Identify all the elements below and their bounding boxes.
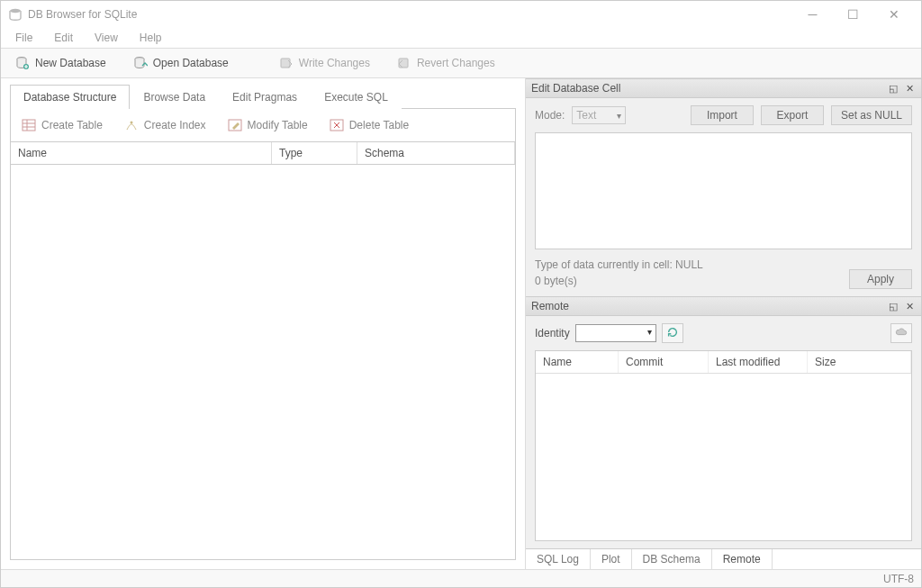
cell-editor-textarea[interactable] <box>535 132 912 249</box>
delete-table-label: Delete Table <box>349 119 410 131</box>
cell-info-text: Type of data currently in cell: NULL 0 b… <box>535 257 840 289</box>
revert-changes-button[interactable]: Revert Changes <box>390 53 502 73</box>
col-name[interactable]: Name <box>11 142 272 164</box>
edit-cell-close-icon[interactable]: ✕ <box>903 82 916 95</box>
remote-close-icon[interactable]: ✕ <box>903 300 916 312</box>
main-toolbar: New Database Open Database Write Changes… <box>1 48 921 78</box>
refresh-icon <box>666 326 679 341</box>
remote-table: Name Commit Last modified Size <box>535 350 912 541</box>
remote-col-size[interactable]: Size <box>808 351 911 373</box>
svg-point-0 <box>10 9 21 13</box>
minimize-button[interactable]: ─ <box>792 2 833 27</box>
edit-cell-controls: Mode: Text Import Export Set as NULL <box>535 105 912 125</box>
window-buttons: ─ ☐ ✕ <box>792 2 914 27</box>
edit-cell-panel: Edit Database Cell ◱ ✕ Mode: Text Import… <box>526 78 921 296</box>
svg-point-10 <box>130 122 132 124</box>
create-index-label: Create Index <box>144 119 206 131</box>
col-type[interactable]: Type <box>272 142 357 164</box>
write-changes-button[interactable]: Write Changes <box>272 53 377 73</box>
structure-tree-header: Name Type Schema <box>10 142 516 165</box>
index-icon <box>124 118 139 132</box>
structure-toolbar: Create Table Create Index Modify Table D… <box>10 109 516 142</box>
modify-table-icon <box>228 118 242 132</box>
svg-rect-6 <box>23 120 35 131</box>
edit-cell-header: Edit Database Cell ◱ ✕ <box>526 78 921 98</box>
tab-browse-data[interactable]: Browse Data <box>130 85 219 109</box>
apply-button[interactable]: Apply <box>849 269 912 289</box>
menu-help[interactable]: Help <box>131 30 171 46</box>
revert-changes-label: Revert Changes <box>417 57 495 69</box>
create-table-label: Create Table <box>41 119 103 131</box>
identity-select[interactable] <box>575 324 656 342</box>
menu-edit[interactable]: Edit <box>45 30 82 46</box>
edit-cell-body: Mode: Text Import Export Set as NULL Typ… <box>526 98 921 296</box>
tab-remote[interactable]: Remote <box>712 549 773 569</box>
cell-info-row: Type of data currently in cell: NULL 0 b… <box>535 257 912 289</box>
modify-table-label: Modify Table <box>248 119 308 131</box>
tab-edit-pragmas[interactable]: Edit Pragmas <box>219 85 311 109</box>
open-database-button[interactable]: Open Database <box>126 53 236 73</box>
mode-label: Mode: <box>535 109 565 122</box>
write-changes-icon <box>279 56 294 70</box>
remote-panel: Remote ◱ ✕ Identity <box>526 296 921 569</box>
status-encoding: UTF-8 <box>883 573 914 585</box>
identity-refresh-button[interactable] <box>662 323 683 343</box>
new-database-label: New Database <box>35 57 106 69</box>
tab-database-structure[interactable]: Database Structure <box>10 85 130 109</box>
remote-push-button[interactable] <box>890 323 912 343</box>
create-table-button[interactable]: Create Table <box>16 116 108 134</box>
main-area: Database Structure Browse Data Edit Prag… <box>1 78 921 569</box>
app-title: DB Browser for SQLite <box>28 8 792 21</box>
menu-view[interactable]: View <box>86 30 127 46</box>
tab-sql-log[interactable]: SQL Log <box>526 549 591 569</box>
menu-file[interactable]: File <box>6 30 41 46</box>
remote-header: Remote ◱ ✕ <box>526 296 921 316</box>
import-button[interactable]: Import <box>691 105 754 125</box>
table-icon <box>22 118 36 132</box>
identity-label: Identity <box>535 327 570 339</box>
create-index-button[interactable]: Create Index <box>119 116 212 134</box>
delete-table-button[interactable]: Delete Table <box>324 116 415 134</box>
open-database-label: Open Database <box>153 57 229 69</box>
statusbar: UTF-8 <box>1 569 921 587</box>
svg-rect-4 <box>281 59 290 68</box>
left-pane: Database Structure Browse Data Edit Prag… <box>1 78 525 569</box>
menubar: File Edit View Help <box>1 28 921 48</box>
export-button[interactable]: Export <box>761 105 824 125</box>
remote-table-header: Name Commit Last modified Size <box>536 351 911 374</box>
open-database-icon <box>133 56 148 70</box>
write-changes-label: Write Changes <box>299 57 370 69</box>
remote-body: Identity Name Commit <box>526 316 921 548</box>
tab-db-schema[interactable]: DB Schema <box>632 549 712 569</box>
titlebar: DB Browser for SQLite ─ ☐ ✕ <box>1 1 921 28</box>
tab-execute-sql[interactable]: Execute SQL <box>311 85 402 109</box>
close-button[interactable]: ✕ <box>873 2 914 27</box>
main-tabs: Database Structure Browse Data Edit Prag… <box>10 84 516 109</box>
tab-plot[interactable]: Plot <box>591 549 632 569</box>
edit-cell-title: Edit Database Cell <box>531 82 883 95</box>
mode-value: Text <box>576 109 596 122</box>
col-schema[interactable]: Schema <box>357 142 515 164</box>
set-null-button[interactable]: Set as NULL <box>831 105 912 125</box>
maximize-button[interactable]: ☐ <box>833 2 873 27</box>
remote-identity-row: Identity <box>535 323 912 343</box>
remote-col-name[interactable]: Name <box>536 351 619 373</box>
remote-float-icon[interactable]: ◱ <box>887 300 899 312</box>
app-icon <box>8 7 23 22</box>
new-database-button[interactable]: New Database <box>8 53 113 73</box>
mode-select[interactable]: Text <box>572 106 626 124</box>
remote-col-last-modified[interactable]: Last modified <box>709 351 808 373</box>
cloud-icon <box>895 326 908 341</box>
revert-changes-icon <box>397 56 411 70</box>
cell-info-line2: 0 byte(s) <box>535 273 840 289</box>
app-window: DB Browser for SQLite ─ ☐ ✕ File Edit Vi… <box>0 0 922 588</box>
cell-info-line1: Type of data currently in cell: NULL <box>535 257 840 273</box>
edit-cell-float-icon[interactable]: ◱ <box>887 82 899 95</box>
bottom-tabs: SQL Log Plot DB Schema Remote <box>526 548 921 569</box>
remote-col-commit[interactable]: Commit <box>619 351 709 373</box>
remote-title: Remote <box>531 300 883 312</box>
delete-table-icon <box>330 118 344 132</box>
new-database-icon <box>15 56 30 70</box>
modify-table-button[interactable]: Modify Table <box>222 116 313 134</box>
right-pane: Edit Database Cell ◱ ✕ Mode: Text Import… <box>525 78 921 569</box>
